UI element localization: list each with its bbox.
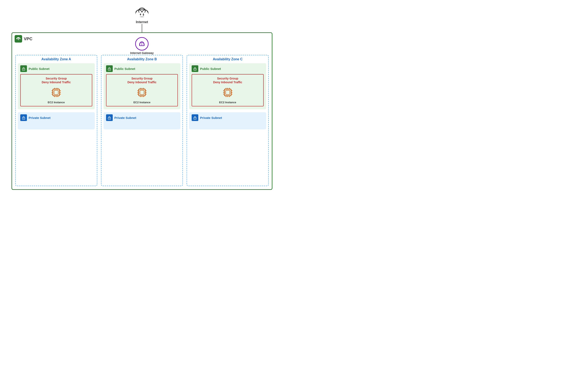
- private-subnet-c-icon: [192, 114, 198, 121]
- private-subnet-c-label: Private Subnet: [200, 116, 222, 120]
- az-c-title: Availability Zone C: [189, 57, 266, 61]
- igw-icon: [135, 37, 149, 51]
- az-a-title: Availability Zone A: [18, 57, 95, 61]
- az-columns: Availability Zone A Public Subnet: [15, 55, 269, 186]
- private-subnet-b-header: Private Subnet: [106, 114, 178, 121]
- internet-node: Internet: [134, 6, 149, 24]
- security-group-c: Security GroupDeny Inbound Traffic: [192, 74, 264, 106]
- private-subnet-a: Private Subnet: [18, 112, 95, 129]
- public-subnet-a: Public Subnet Security GroupDeny Inbound…: [18, 63, 95, 109]
- private-subnet-b: Private Subnet: [103, 112, 181, 129]
- vpc-container: VPC Internet Gateway Availability Zone A: [12, 32, 272, 190]
- vpc-icon: [15, 35, 22, 42]
- svg-point-53: [23, 118, 24, 119]
- svg-rect-39: [54, 90, 58, 95]
- security-group-b: Security GroupDeny Inbound Traffic: [106, 74, 178, 106]
- svg-point-55: [109, 69, 110, 70]
- az-b-title: Availability Zone B: [103, 57, 181, 61]
- public-subnet-c-header: Public Subnet: [192, 65, 264, 72]
- svg-rect-38: [53, 89, 59, 96]
- sg-c-label: Security GroupDeny Inbound Traffic: [213, 77, 242, 84]
- ec2-a-label: EC2 Instance: [48, 101, 65, 104]
- az-b-column: Availability Zone B Public Subnet: [101, 55, 183, 186]
- svg-rect-57: [140, 90, 144, 95]
- security-group-a: Security GroupDeny Inbound Traffic: [20, 74, 92, 106]
- public-subnet-a-icon: [20, 65, 27, 72]
- ec2-chip-b-icon: [135, 86, 149, 100]
- ec2-c-label: EC2 Instance: [219, 101, 236, 104]
- private-subnet-a-label: Private Subnet: [29, 116, 51, 120]
- ec2-b-label: EC2 Instance: [133, 101, 150, 104]
- private-subnet-a-icon: [20, 114, 27, 121]
- az-c-column: Availability Zone C Public Subnet: [187, 55, 269, 186]
- public-subnet-b-icon: [106, 65, 113, 72]
- public-subnet-a-header: Public Subnet: [20, 65, 92, 72]
- az-a-column: Availability Zone A Public Subnet: [15, 55, 97, 186]
- public-subnet-c-label: Public Subnet: [200, 67, 221, 70]
- private-subnet-c: Private Subnet: [189, 112, 266, 129]
- svg-rect-29: [16, 39, 20, 41]
- diagram-container: Internet VPC: [0, 0, 284, 196]
- public-subnet-b: Public Subnet Security GroupDeny Inbound…: [103, 63, 181, 109]
- svg-point-37: [23, 69, 24, 70]
- public-subnet-b-header: Public Subnet: [106, 65, 178, 72]
- svg-point-71: [109, 118, 110, 119]
- vpc-label-area: VPC: [15, 35, 32, 42]
- svg-rect-75: [226, 90, 230, 95]
- ec2-chip-a-icon: [49, 86, 63, 100]
- svg-rect-74: [224, 89, 231, 96]
- svg-rect-20: [136, 13, 148, 17]
- igw-label: Internet Gateway: [130, 51, 154, 55]
- sg-b-label: Security GroupDeny Inbound Traffic: [127, 77, 156, 84]
- vpc-label: VPC: [24, 37, 32, 41]
- internet-cloud-icon: [134, 6, 149, 19]
- public-subnet-c: Public Subnet Security GroupDeny Inbound…: [189, 63, 266, 109]
- internet-label: Internet: [136, 20, 148, 24]
- public-subnet-c-icon: [192, 65, 198, 72]
- ec2-chip-c-icon: [221, 86, 234, 100]
- private-subnet-c-header: Private Subnet: [192, 114, 264, 121]
- svg-point-89: [195, 118, 195, 119]
- igw-node: Internet Gateway: [130, 37, 154, 55]
- private-subnet-a-header: Private Subnet: [20, 114, 92, 121]
- svg-point-73: [195, 69, 195, 70]
- public-subnet-b-label: Public Subnet: [114, 67, 135, 70]
- svg-rect-56: [139, 89, 145, 96]
- sg-a-label: Security GroupDeny Inbound Traffic: [42, 77, 71, 84]
- public-subnet-a-label: Public Subnet: [29, 67, 49, 70]
- private-subnet-b-icon: [106, 114, 113, 121]
- private-subnet-b-label: Private Subnet: [114, 116, 136, 120]
